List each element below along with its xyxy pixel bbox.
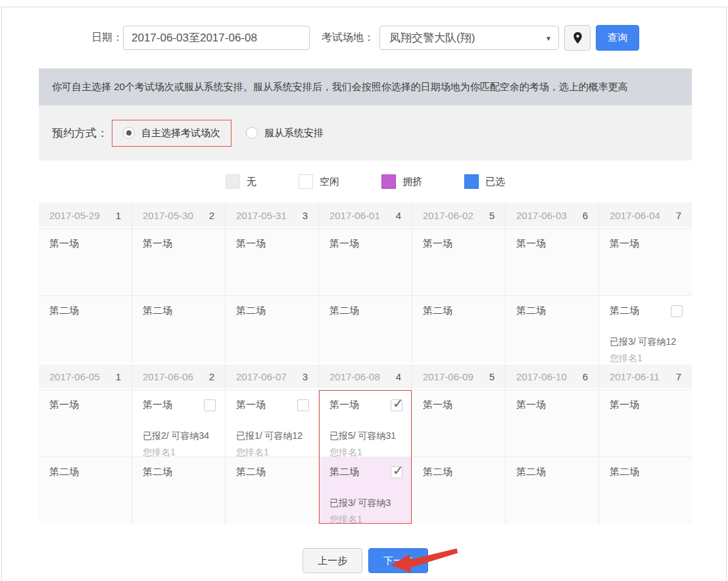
session-cell[interactable]: 第二场已报3/ 可容纳12您排名1 [599, 296, 692, 363]
session-name: 第一场 [143, 399, 172, 411]
day-date: 2017-05-29 [49, 210, 100, 221]
session-cell[interactable]: 第一场已报5/ 可容纳31您排名1 [319, 390, 412, 457]
day-number: 5 [489, 210, 495, 221]
session-name: 第一场 [49, 399, 79, 411]
map-pin-icon [573, 32, 583, 44]
session-cell: 第二场 [132, 457, 225, 524]
date-range-input[interactable] [123, 26, 310, 50]
day-header: 2017-06-117 [599, 365, 692, 390]
session-cell: 第二场 [226, 457, 318, 524]
checkbox-checked-icon[interactable] [391, 399, 402, 411]
session-name: 第二场 [423, 305, 452, 317]
mode-option-system-assign[interactable]: 服从系统安排 [246, 127, 324, 139]
day-date: 2017-05-30 [143, 210, 193, 221]
day-date: 2017-06-01 [329, 210, 380, 221]
day-number: 2 [209, 371, 214, 382]
calendar: 2017-05-2912017-05-3022017-05-3132017-06… [39, 203, 692, 524]
session-name: 第一场 [610, 238, 639, 250]
day-date: 2017-06-07 [236, 371, 287, 382]
radio-unselected-icon[interactable] [246, 127, 258, 139]
session-name: 第二场 [236, 466, 266, 478]
notice-bar: 你可自主选择 20个考试场次或服从系统安排。服从系统安排后，我们会按照你选择的日… [39, 68, 692, 105]
your-rank: 您排名1 [610, 353, 683, 365]
footer: 上一步 下一步 [39, 548, 692, 573]
session-name: 第一场 [423, 238, 452, 250]
session-name: 第二场 [143, 305, 172, 317]
prev-step-button[interactable]: 上一步 [303, 548, 362, 573]
calendar-week: 2017-06-0512017-06-0622017-06-0732017-06… [39, 365, 692, 524]
legend-label: 已选 [485, 176, 505, 188]
session-name: 第二场 [49, 305, 79, 317]
checkbox-unchecked-icon[interactable] [204, 399, 216, 411]
session-cell: 第二场 [226, 296, 318, 363]
day-date: 2017-06-05 [49, 371, 100, 382]
day-header: 2017-06-025 [412, 203, 505, 228]
legend-swatch [299, 174, 313, 189]
session-name: 第二场 [516, 305, 546, 317]
day-header: 2017-06-036 [506, 203, 598, 228]
day-number: 6 [583, 210, 588, 221]
booking-mode-label: 预约方式： [52, 126, 108, 141]
session-cell: 第一场 [506, 390, 598, 457]
day-header: 2017-06-084 [319, 365, 412, 390]
checkbox-unchecked-icon[interactable] [671, 305, 683, 317]
legend: 无空闲拥挤已选 [39, 161, 692, 203]
your-rank: 您排名1 [329, 514, 402, 526]
session-cell: 第二场 [412, 296, 505, 363]
session-cell[interactable]: 第一场已报2/ 可容纳34您排名1 [132, 390, 225, 457]
session-name: 第一场 [423, 399, 452, 411]
day-header: 2017-06-095 [412, 365, 505, 390]
booking-page: 日期： 考试场地： 凤翔交警大队(翔) ▼ 查询 你可自主选择 20个考试场次或… [1, 7, 727, 581]
session-cell: 第二场 [319, 296, 412, 363]
session-cell: 第一场 [39, 390, 132, 457]
chevron-down-icon: ▼ [545, 35, 552, 42]
session-cell[interactable]: 第一场已报1/ 可容纳12您排名1 [226, 390, 318, 457]
session-cell: 第一场 [39, 229, 132, 295]
radio-selected-icon[interactable] [123, 127, 135, 139]
session-name: 第二场 [143, 466, 172, 478]
session-name: 第二场 [236, 305, 266, 317]
day-number: 1 [116, 371, 121, 382]
day-number: 3 [303, 210, 308, 221]
day-number: 3 [303, 371, 308, 382]
session-name: 第一场 [516, 399, 546, 411]
enrolled-count: 已报5/ 可容纳31 [329, 430, 402, 442]
mode-option-self-select[interactable]: 自主选择考试场次 [112, 120, 231, 147]
session-cell: 第二场 [506, 457, 598, 524]
session-name: 第一场 [329, 399, 359, 411]
venue-select-value: 凤翔交警大队(翔) [389, 30, 475, 45]
map-location-button[interactable] [564, 25, 591, 51]
day-number: 5 [489, 371, 495, 382]
venue-select[interactable]: 凤翔交警大队(翔) ▼ [379, 26, 559, 50]
legend-label: 空闲 [320, 176, 339, 188]
day-header: 2017-05-291 [39, 203, 132, 228]
legend-item: 已选 [464, 174, 505, 189]
legend-swatch [464, 174, 479, 189]
day-header: 2017-05-313 [226, 203, 318, 228]
day-date: 2017-06-04 [610, 210, 660, 221]
notice-text: 你可自主选择 20个考试场次或服从系统安排。服从系统安排后，我们会按照你选择的日… [52, 81, 628, 93]
session-name: 第一场 [49, 238, 79, 250]
legend-label: 无 [247, 176, 256, 188]
day-header: 2017-05-302 [132, 203, 225, 228]
day-number: 7 [676, 210, 681, 221]
checkbox-unchecked-icon[interactable] [297, 399, 309, 411]
session-name: 第一场 [143, 238, 172, 250]
mode-option-label: 自主选择考试场次 [141, 127, 220, 139]
legend-item: 拥挤 [381, 174, 422, 189]
session-cell[interactable]: 第二场已报3/ 可容纳3您排名1 [319, 457, 412, 524]
checkbox-checked-icon[interactable] [391, 467, 402, 478]
session-name: 第二场 [610, 305, 639, 317]
day-number: 4 [396, 210, 401, 221]
day-date: 2017-06-02 [423, 210, 473, 221]
query-button[interactable]: 查询 [596, 25, 639, 51]
session-name: 第一场 [610, 399, 639, 411]
session-cell: 第一场 [319, 229, 412, 295]
session-name: 第二场 [610, 466, 639, 478]
day-number: 2 [209, 210, 214, 221]
venue-label: 考试场地： [322, 31, 374, 45]
calendar-week: 2017-05-2912017-05-3022017-05-3132017-06… [39, 203, 692, 363]
day-number: 7 [676, 371, 681, 382]
session-name: 第二场 [49, 466, 79, 478]
day-date: 2017-06-03 [516, 210, 567, 221]
